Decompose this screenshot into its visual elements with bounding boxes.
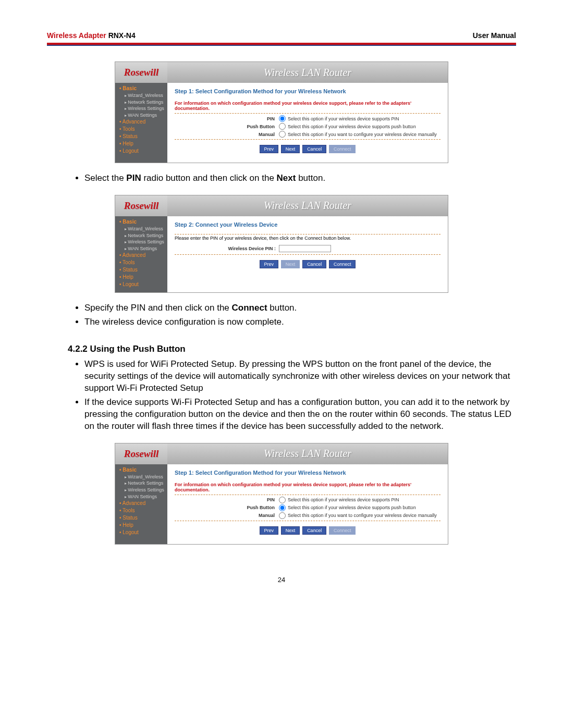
connect-button: Connect [329, 526, 356, 535]
blue-divider [47, 45, 516, 46]
pin-input[interactable] [279, 245, 331, 252]
sidebar-item-status[interactable]: Status [119, 514, 167, 522]
cancel-button[interactable]: Cancel [302, 145, 326, 153]
step-title: Step 1: Select Configuration Method for … [175, 470, 440, 476]
sidebar-item-basic[interactable]: Basic [119, 466, 167, 474]
bullet-wps-desc-1: WPS is used for WiFi Protected Setup. By… [84, 359, 516, 394]
step-title: Step 2: Connect your Wireless Device [175, 221, 440, 228]
sidebar-item-advanced[interactable]: Advanced [119, 252, 167, 259]
radio-pushbutton[interactable] [279, 123, 286, 130]
sidebar-item-help[interactable]: Help [119, 522, 167, 529]
sidebar-item-logout[interactable]: Logout [119, 529, 167, 536]
section-422-title: 4.2.2 Using the Push Button [68, 344, 516, 354]
sidebar: Basic Wizard_Wireless Network Settings W… [115, 464, 167, 544]
router-content: Step 1: Select Configuration Method for … [167, 83, 448, 163]
router-title: Wireless LAN Router [167, 443, 448, 464]
option-desc-manual: Select this option if you want to config… [288, 513, 440, 518]
radio-pin[interactable] [279, 115, 286, 122]
config-row-manual: Manual Select this option if you want to… [175, 130, 440, 138]
sidebar-item-wireless[interactable]: Wireless Settings [119, 105, 167, 112]
sidebar-item-tools[interactable]: Tools [119, 126, 167, 133]
pin-entry-block: Please enter the PIN of your wireless de… [175, 234, 440, 255]
sidebar-item-basic[interactable]: Basic [119, 218, 167, 226]
button-row: Prev Next Cancel Connect [175, 260, 440, 268]
button-row: Prev Next Cancel Connect [175, 526, 440, 535]
sidebar-item-network[interactable]: Network Settings [119, 99, 167, 106]
sidebar-item-basic[interactable]: Basic [119, 85, 167, 92]
prev-button[interactable]: Prev [260, 260, 279, 268]
pin-instruction: Please enter the PIN of your wireless de… [175, 236, 440, 241]
button-row: Prev Next Cancel Connect [175, 145, 440, 153]
config-row-pushbutton: Push Button Select this option if your w… [175, 122, 440, 130]
sidebar-item-wireless[interactable]: Wireless Settings [119, 487, 167, 493]
router-screenshot-3: Rosewill Wireless LAN Router Basic Wizar… [115, 443, 448, 545]
bullet-block-3: WPS is used for WiFi Protected Setup. By… [68, 359, 516, 433]
config-options: PIN Select this option if your wireless … [175, 113, 440, 140]
info-note: For information on which configuration m… [175, 482, 440, 492]
model-label: RNX-N4 [108, 31, 136, 40]
sidebar-item-wizard[interactable]: Wizard_Wireless [119, 474, 167, 480]
router-header: Rosewill Wireless LAN Router [115, 62, 448, 83]
sidebar: Basic Wizard_Wireless Network Settings W… [115, 216, 167, 292]
connect-button: Connect [329, 145, 356, 153]
router-body: Basic Wizard_Wireless Network Settings W… [115, 464, 448, 544]
sidebar-item-tools[interactable]: Tools [119, 259, 167, 266]
sidebar-item-wireless[interactable]: Wireless Settings [119, 239, 167, 245]
sidebar-item-logout[interactable]: Logout [119, 281, 167, 288]
sidebar-item-network[interactable]: Network Settings [119, 232, 167, 239]
sidebar-item-wan[interactable]: WAN Settings [119, 245, 167, 252]
option-label-manual: Manual [175, 132, 279, 137]
doc-header: Wireless Adapter RNX-N4 User Manual [47, 31, 516, 43]
radio-pushbutton[interactable] [279, 504, 286, 511]
radio-manual[interactable] [279, 131, 286, 138]
option-label-pushbutton: Push Button [175, 124, 279, 129]
rosewill-logo: Rosewill [115, 195, 167, 216]
prev-button[interactable]: Prev [260, 526, 279, 535]
next-button: Next [281, 260, 300, 268]
config-row-pin: PIN Select this option if your wireless … [175, 496, 440, 504]
router-body: Basic Wizard_Wireless Network Settings W… [115, 216, 448, 292]
cancel-button[interactable]: Cancel [302, 526, 326, 535]
prev-button[interactable]: Prev [260, 145, 279, 153]
user-manual-label: User Manual [473, 31, 516, 40]
bullet-block-1: Select the PIN radio button and then cli… [68, 172, 516, 184]
bullet-block-2: Specify the PIN and then click on the Co… [68, 302, 516, 328]
doc-header-left: Wireless Adapter RNX-N4 [47, 31, 136, 40]
bullet-config-complete: The wireless device configuration is now… [84, 316, 516, 328]
sidebar: Basic Wizard_Wireless Network Settings W… [115, 83, 167, 163]
sidebar-item-logout[interactable]: Logout [119, 147, 167, 155]
radio-pin[interactable] [279, 497, 286, 503]
pin-label: Wireless Device PIN : [175, 246, 279, 251]
sidebar-item-advanced[interactable]: Advanced [119, 500, 167, 507]
radio-manual[interactable] [279, 512, 286, 519]
sidebar-item-help[interactable]: Help [119, 274, 167, 281]
option-label-manual: Manual [175, 513, 279, 518]
info-note: For information on which configuration m… [175, 101, 440, 111]
option-label-pushbutton: Push Button [175, 505, 279, 510]
next-button[interactable]: Next [281, 145, 300, 153]
router-title: Wireless LAN Router [167, 62, 448, 83]
router-header: Rosewill Wireless LAN Router [115, 443, 448, 464]
connect-button[interactable]: Connect [329, 260, 356, 268]
sidebar-item-wan[interactable]: WAN Settings [119, 112, 167, 119]
next-button[interactable]: Next [281, 526, 300, 535]
sidebar-item-tools[interactable]: Tools [119, 507, 167, 514]
router-body: Basic Wizard_Wireless Network Settings W… [115, 83, 448, 163]
sidebar-item-wizard[interactable]: Wizard_Wireless [119, 92, 167, 99]
sidebar-item-help[interactable]: Help [119, 140, 167, 147]
bullet-wps-desc-2: If the device supports Wi-Fi Protected S… [84, 397, 516, 433]
sidebar-item-advanced[interactable]: Advanced [119, 118, 167, 126]
rosewill-logo: Rosewill [115, 62, 167, 83]
sidebar-item-network[interactable]: Network Settings [119, 480, 167, 487]
page-number: 24 [47, 576, 516, 584]
sidebar-item-wizard[interactable]: Wizard_Wireless [119, 226, 167, 232]
config-options: PIN Select this option if your wireless … [175, 495, 440, 521]
manual-page: Wireless Adapter RNX-N4 User Manual Rose… [0, 0, 563, 604]
cancel-button[interactable]: Cancel [302, 260, 326, 268]
step-title: Step 1: Select Configuration Method for … [175, 88, 440, 94]
sidebar-item-status[interactable]: Status [119, 133, 167, 140]
sidebar-item-status[interactable]: Status [119, 266, 167, 274]
option-desc-pin: Select this option if your wireless devi… [288, 116, 440, 121]
router-content: Step 2: Connect your Wireless Device Ple… [167, 216, 448, 292]
sidebar-item-wan[interactable]: WAN Settings [119, 493, 167, 500]
